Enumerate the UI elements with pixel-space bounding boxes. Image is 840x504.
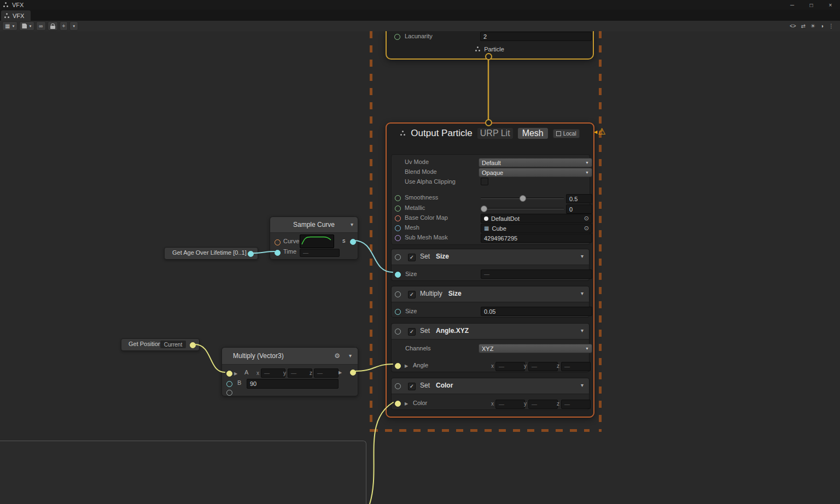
close-button[interactable]: × bbox=[821, 0, 840, 10]
block-header[interactable]: ✓ SetColor ▾ bbox=[392, 378, 589, 394]
context-warning[interactable]: ◀ ⚠ bbox=[594, 127, 606, 136]
port-angle-input[interactable] bbox=[395, 363, 401, 369]
port-lacunarity[interactable] bbox=[394, 34, 400, 40]
blend-mode-dropdown[interactable]: Opaque ▼ bbox=[479, 168, 592, 177]
lacunarity-field[interactable]: 2 bbox=[480, 32, 592, 41]
a-z-field[interactable]: — bbox=[314, 368, 339, 378]
slider-handle[interactable] bbox=[481, 206, 487, 212]
port-smoothness[interactable] bbox=[395, 195, 401, 201]
port-b-input[interactable] bbox=[226, 381, 232, 387]
port-sub-mesh-mask[interactable] bbox=[395, 235, 401, 241]
block-activation-port[interactable] bbox=[395, 254, 401, 260]
slider-handle[interactable] bbox=[520, 195, 526, 202]
save-dropdown-button[interactable]: ▼ bbox=[19, 21, 34, 31]
lock-button[interactable] bbox=[48, 21, 58, 31]
metallic-slider[interactable] bbox=[481, 205, 564, 212]
block-set-color[interactable]: ✓ SetColor ▾ ▶ Color x — y — z — bbox=[391, 378, 590, 410]
tab-vfx[interactable]: VFX bbox=[1, 10, 31, 21]
chevron-down-icon[interactable]: ▾ bbox=[349, 353, 352, 359]
attach-link-button[interactable]: ∞ bbox=[36, 21, 45, 31]
block-multiply-size[interactable]: ✓ MultiplySize ▾ Size 0.05 bbox=[391, 286, 590, 318]
port-metallic[interactable] bbox=[395, 206, 401, 212]
add-button[interactable]: + bbox=[60, 21, 68, 31]
kebab-menu-icon[interactable]: ⋮ bbox=[829, 23, 834, 29]
expander-icon[interactable]: ▶ bbox=[405, 364, 408, 368]
port-position-output[interactable] bbox=[190, 342, 196, 348]
contrast-icon[interactable]: ◑ bbox=[820, 23, 824, 29]
smoothness-slider[interactable] bbox=[481, 195, 564, 201]
position-mode-value[interactable]: Current bbox=[160, 341, 186, 348]
block-set-angle[interactable]: ✓ SetAngle.XYZ ▾ Channels XYZ ▼ ▶ Angle … bbox=[391, 323, 590, 372]
maximize-button[interactable]: □ bbox=[802, 0, 821, 10]
block-activation-port[interactable] bbox=[395, 291, 401, 297]
size-field[interactable]: — bbox=[481, 269, 592, 279]
context-output-particle[interactable]: Output Particle URP Lit Mesh Local Uv Mo… bbox=[386, 122, 594, 418]
object-picker-icon[interactable]: ⊙ bbox=[584, 225, 589, 232]
node-header[interactable]: Sample Curve ▾ bbox=[270, 217, 358, 233]
metallic-field[interactable]: 0 bbox=[566, 204, 592, 214]
a-x-field[interactable]: — bbox=[261, 368, 285, 378]
port-extra-operand[interactable] bbox=[226, 390, 232, 396]
expander-icon[interactable]: ▶ bbox=[405, 401, 408, 406]
partial-node-bottom-left[interactable] bbox=[0, 441, 366, 504]
block-activation-port[interactable] bbox=[395, 383, 401, 389]
uv-mode-dropdown[interactable]: Default ▼ bbox=[479, 158, 592, 167]
node-header[interactable]: Multiply (Vector3) ⚙ ▾ bbox=[222, 348, 358, 365]
port-curve-input[interactable] bbox=[275, 239, 281, 245]
swap-icon[interactable]: ⇄ bbox=[801, 23, 806, 29]
render-pipeline-label[interactable]: URP Lit bbox=[477, 128, 513, 139]
graph-canvas[interactable]: ◀ ⚠ Lacunarity 2 Particle Output Particl… bbox=[0, 31, 840, 504]
channels-dropdown[interactable]: XYZ ▼ bbox=[479, 344, 592, 353]
sun-icon[interactable]: ☀ bbox=[810, 23, 815, 29]
port-sample-output[interactable] bbox=[350, 239, 356, 245]
curve-preview[interactable] bbox=[300, 235, 334, 248]
chevron-down-icon[interactable]: ▾ bbox=[581, 290, 584, 296]
expander-icon[interactable]: ▶ bbox=[234, 371, 237, 376]
chevron-down-icon[interactable]: ▾ bbox=[581, 327, 584, 333]
flow-anchor-noise-output[interactable] bbox=[485, 53, 492, 60]
port-mesh[interactable] bbox=[395, 225, 401, 231]
block-header[interactable]: ✓ MultiplySize ▾ bbox=[392, 286, 589, 302]
block-set-size[interactable]: ✓ SetSize ▾ Size — bbox=[391, 249, 590, 281]
port-multiply-output[interactable] bbox=[350, 370, 356, 376]
a-y-field[interactable]: — bbox=[288, 368, 312, 378]
alpha-clipping-checkbox[interactable] bbox=[481, 178, 488, 185]
port-size-input[interactable] bbox=[395, 309, 401, 315]
sub-mesh-mask-field[interactable]: 4294967295 bbox=[481, 233, 592, 243]
block-activation-port[interactable] bbox=[395, 329, 401, 335]
block-enabled-checkbox[interactable]: ✓ bbox=[408, 383, 416, 390]
smoothness-field[interactable]: 0.5 bbox=[566, 194, 592, 203]
block-enabled-checkbox[interactable]: ✓ bbox=[408, 328, 416, 336]
output-expander-icon[interactable]: ▶ bbox=[339, 370, 342, 375]
block-header[interactable]: ✓ SetSize ▾ bbox=[392, 249, 589, 265]
add-dropdown-button[interactable]: ▼ bbox=[69, 21, 78, 31]
chevron-down-icon[interactable]: ▾ bbox=[351, 221, 353, 227]
port-base-color-map[interactable] bbox=[395, 215, 401, 221]
b-field[interactable]: 90 bbox=[247, 379, 339, 389]
space-badge[interactable]: Local bbox=[553, 129, 580, 138]
node-get-age-over-lifetime[interactable]: Get Age Over Lifetime [0..1] bbox=[164, 247, 258, 260]
port-age-output[interactable] bbox=[248, 251, 254, 257]
angle-z-field[interactable]: — bbox=[561, 362, 591, 371]
code-view-icon[interactable]: <> bbox=[790, 23, 796, 29]
flow-anchor-output-input[interactable] bbox=[485, 119, 492, 126]
color-z-field[interactable]: — bbox=[561, 400, 591, 409]
port-time-input[interactable] bbox=[275, 250, 281, 256]
object-picker-icon[interactable]: ⊙ bbox=[584, 215, 589, 222]
block-enabled-checkbox[interactable]: ✓ bbox=[408, 254, 416, 261]
port-color-input[interactable] bbox=[395, 401, 401, 407]
color-x-field[interactable]: — bbox=[495, 400, 525, 409]
mesh-object-field[interactable]: ▦ Cube ⊙ bbox=[481, 224, 592, 233]
port-size-input[interactable] bbox=[395, 272, 401, 278]
node-sample-curve[interactable]: Sample Curve ▾ Curve Time — s bbox=[270, 216, 358, 260]
minimize-button[interactable]: ─ bbox=[783, 0, 802, 10]
angle-x-field[interactable]: — bbox=[495, 362, 525, 371]
size-field[interactable]: 0.05 bbox=[481, 307, 592, 316]
layout-dropdown-button[interactable]: ▦ ▼ bbox=[2, 21, 18, 31]
node-get-position[interactable]: Get Position Current bbox=[121, 338, 200, 351]
node-multiply-vector3[interactable]: Multiply (Vector3) ⚙ ▾ ▶ A x — y — z — B… bbox=[221, 347, 358, 396]
port-a-input[interactable] bbox=[226, 371, 232, 377]
base-color-map-object-field[interactable]: DefaultDot ⊙ bbox=[481, 214, 592, 223]
color-y-field[interactable]: — bbox=[528, 400, 558, 409]
chevron-down-icon[interactable]: ▾ bbox=[581, 382, 584, 388]
